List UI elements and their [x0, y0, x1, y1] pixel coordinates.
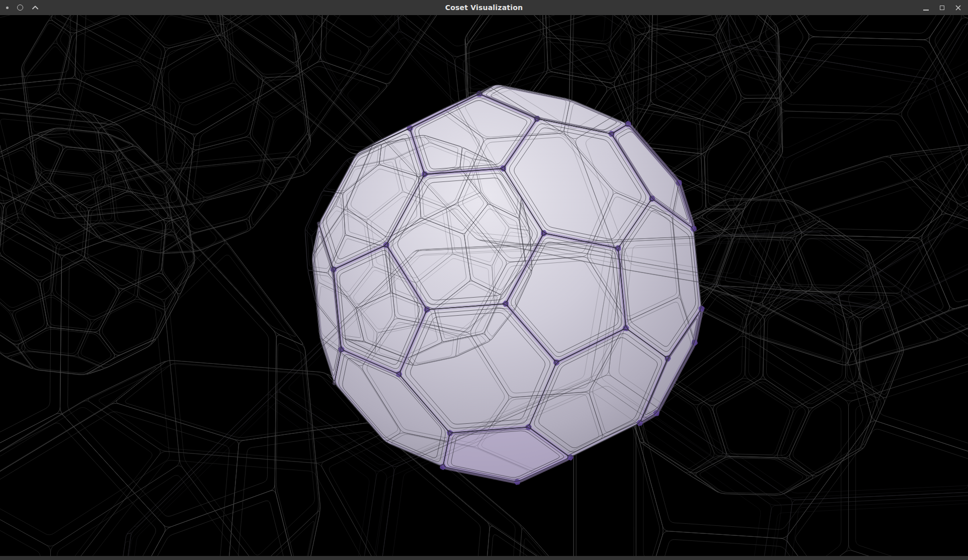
minimize-button[interactable]	[920, 2, 932, 14]
maximize-button[interactable]	[936, 2, 948, 14]
window-bottom-frame	[0, 556, 968, 560]
chevron-up-icon[interactable]	[32, 5, 39, 10]
minimize-icon	[923, 10, 929, 11]
coset-3d-canvas[interactable]	[0, 15, 968, 556]
titlebar[interactable]: Coset Visualization	[0, 0, 968, 15]
circle-icon[interactable]	[17, 5, 23, 11]
close-icon	[955, 5, 961, 11]
dot-indicator-icon	[6, 7, 9, 9]
maximize-icon	[940, 6, 944, 10]
close-button[interactable]	[952, 2, 964, 14]
titlebar-left-icons	[6, 0, 39, 15]
visualization-viewport[interactable]	[0, 15, 968, 556]
window-controls	[920, 0, 964, 15]
app-window: Coset Visualization	[0, 0, 968, 560]
window-title: Coset Visualization	[445, 4, 523, 12]
